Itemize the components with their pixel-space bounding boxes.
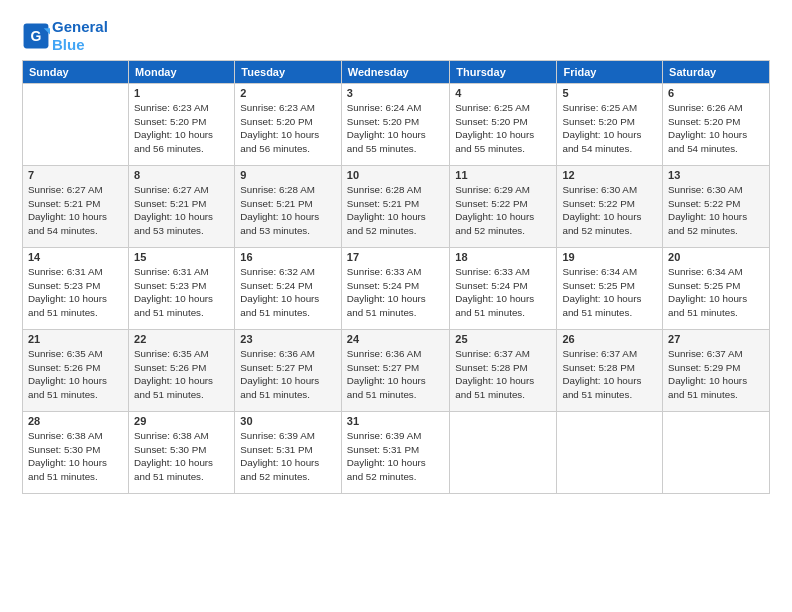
- calendar-cell: 27Sunrise: 6:37 AM Sunset: 5:29 PM Dayli…: [663, 330, 770, 412]
- day-number: 19: [562, 251, 657, 263]
- day-info: Sunrise: 6:33 AM Sunset: 5:24 PM Dayligh…: [347, 265, 444, 320]
- calendar-cell: 17Sunrise: 6:33 AM Sunset: 5:24 PM Dayli…: [341, 248, 449, 330]
- day-number: 8: [134, 169, 229, 181]
- col-header-thursday: Thursday: [450, 61, 557, 84]
- day-number: 13: [668, 169, 764, 181]
- calendar-cell: 30Sunrise: 6:39 AM Sunset: 5:31 PM Dayli…: [235, 412, 342, 494]
- day-number: 2: [240, 87, 336, 99]
- day-number: 3: [347, 87, 444, 99]
- calendar-cell: 18Sunrise: 6:33 AM Sunset: 5:24 PM Dayli…: [450, 248, 557, 330]
- calendar-cell: [557, 412, 663, 494]
- day-info: Sunrise: 6:25 AM Sunset: 5:20 PM Dayligh…: [455, 101, 551, 156]
- day-info: Sunrise: 6:31 AM Sunset: 5:23 PM Dayligh…: [134, 265, 229, 320]
- calendar-cell: 20Sunrise: 6:34 AM Sunset: 5:25 PM Dayli…: [663, 248, 770, 330]
- day-info: Sunrise: 6:25 AM Sunset: 5:20 PM Dayligh…: [562, 101, 657, 156]
- calendar-cell: 9Sunrise: 6:28 AM Sunset: 5:21 PM Daylig…: [235, 166, 342, 248]
- day-info: Sunrise: 6:28 AM Sunset: 5:21 PM Dayligh…: [347, 183, 444, 238]
- calendar-cell: 26Sunrise: 6:37 AM Sunset: 5:28 PM Dayli…: [557, 330, 663, 412]
- calendar-cell: 11Sunrise: 6:29 AM Sunset: 5:22 PM Dayli…: [450, 166, 557, 248]
- day-number: 11: [455, 169, 551, 181]
- calendar-cell: 23Sunrise: 6:36 AM Sunset: 5:27 PM Dayli…: [235, 330, 342, 412]
- day-number: 5: [562, 87, 657, 99]
- calendar-cell: 16Sunrise: 6:32 AM Sunset: 5:24 PM Dayli…: [235, 248, 342, 330]
- logo-text-line2: Blue: [52, 36, 108, 54]
- day-info: Sunrise: 6:27 AM Sunset: 5:21 PM Dayligh…: [28, 183, 123, 238]
- col-header-tuesday: Tuesday: [235, 61, 342, 84]
- calendar-cell: 5Sunrise: 6:25 AM Sunset: 5:20 PM Daylig…: [557, 84, 663, 166]
- calendar-table: SundayMondayTuesdayWednesdayThursdayFrid…: [22, 60, 770, 494]
- day-info: Sunrise: 6:26 AM Sunset: 5:20 PM Dayligh…: [668, 101, 764, 156]
- day-info: Sunrise: 6:30 AM Sunset: 5:22 PM Dayligh…: [562, 183, 657, 238]
- day-number: 18: [455, 251, 551, 263]
- day-number: 30: [240, 415, 336, 427]
- day-info: Sunrise: 6:34 AM Sunset: 5:25 PM Dayligh…: [562, 265, 657, 320]
- day-number: 20: [668, 251, 764, 263]
- calendar-cell: 19Sunrise: 6:34 AM Sunset: 5:25 PM Dayli…: [557, 248, 663, 330]
- calendar-cell: [450, 412, 557, 494]
- calendar-cell: 24Sunrise: 6:36 AM Sunset: 5:27 PM Dayli…: [341, 330, 449, 412]
- calendar-cell: 25Sunrise: 6:37 AM Sunset: 5:28 PM Dayli…: [450, 330, 557, 412]
- day-number: 28: [28, 415, 123, 427]
- calendar-cell: 10Sunrise: 6:28 AM Sunset: 5:21 PM Dayli…: [341, 166, 449, 248]
- day-info: Sunrise: 6:39 AM Sunset: 5:31 PM Dayligh…: [240, 429, 336, 484]
- day-info: Sunrise: 6:38 AM Sunset: 5:30 PM Dayligh…: [134, 429, 229, 484]
- day-number: 14: [28, 251, 123, 263]
- calendar-cell: 6Sunrise: 6:26 AM Sunset: 5:20 PM Daylig…: [663, 84, 770, 166]
- day-number: 4: [455, 87, 551, 99]
- day-info: Sunrise: 6:30 AM Sunset: 5:22 PM Dayligh…: [668, 183, 764, 238]
- week-row-2: 7Sunrise: 6:27 AM Sunset: 5:21 PM Daylig…: [23, 166, 770, 248]
- day-info: Sunrise: 6:38 AM Sunset: 5:30 PM Dayligh…: [28, 429, 123, 484]
- calendar-cell: 3Sunrise: 6:24 AM Sunset: 5:20 PM Daylig…: [341, 84, 449, 166]
- col-header-monday: Monday: [129, 61, 235, 84]
- day-number: 21: [28, 333, 123, 345]
- header: G General Blue: [22, 18, 770, 54]
- day-number: 29: [134, 415, 229, 427]
- calendar-cell: 1Sunrise: 6:23 AM Sunset: 5:20 PM Daylig…: [129, 84, 235, 166]
- day-number: 31: [347, 415, 444, 427]
- day-number: 26: [562, 333, 657, 345]
- calendar-cell: 29Sunrise: 6:38 AM Sunset: 5:30 PM Dayli…: [129, 412, 235, 494]
- day-number: 25: [455, 333, 551, 345]
- day-info: Sunrise: 6:29 AM Sunset: 5:22 PM Dayligh…: [455, 183, 551, 238]
- day-info: Sunrise: 6:36 AM Sunset: 5:27 PM Dayligh…: [240, 347, 336, 402]
- week-row-4: 21Sunrise: 6:35 AM Sunset: 5:26 PM Dayli…: [23, 330, 770, 412]
- calendar-cell: 31Sunrise: 6:39 AM Sunset: 5:31 PM Dayli…: [341, 412, 449, 494]
- logo-text-line1: General: [52, 18, 108, 36]
- calendar-cell: 4Sunrise: 6:25 AM Sunset: 5:20 PM Daylig…: [450, 84, 557, 166]
- calendar-page: G General Blue SundayMondayTuesdayWednes…: [0, 0, 792, 612]
- day-info: Sunrise: 6:35 AM Sunset: 5:26 PM Dayligh…: [28, 347, 123, 402]
- day-number: 24: [347, 333, 444, 345]
- day-number: 10: [347, 169, 444, 181]
- day-info: Sunrise: 6:35 AM Sunset: 5:26 PM Dayligh…: [134, 347, 229, 402]
- day-info: Sunrise: 6:37 AM Sunset: 5:29 PM Dayligh…: [668, 347, 764, 402]
- day-info: Sunrise: 6:37 AM Sunset: 5:28 PM Dayligh…: [455, 347, 551, 402]
- calendar-cell: 14Sunrise: 6:31 AM Sunset: 5:23 PM Dayli…: [23, 248, 129, 330]
- svg-text:G: G: [31, 28, 42, 44]
- calendar-header-row: SundayMondayTuesdayWednesdayThursdayFrid…: [23, 61, 770, 84]
- calendar-cell: 12Sunrise: 6:30 AM Sunset: 5:22 PM Dayli…: [557, 166, 663, 248]
- calendar-cell: 22Sunrise: 6:35 AM Sunset: 5:26 PM Dayli…: [129, 330, 235, 412]
- day-info: Sunrise: 6:23 AM Sunset: 5:20 PM Dayligh…: [134, 101, 229, 156]
- calendar-cell: 21Sunrise: 6:35 AM Sunset: 5:26 PM Dayli…: [23, 330, 129, 412]
- calendar-cell: 28Sunrise: 6:38 AM Sunset: 5:30 PM Dayli…: [23, 412, 129, 494]
- day-number: 27: [668, 333, 764, 345]
- day-info: Sunrise: 6:32 AM Sunset: 5:24 PM Dayligh…: [240, 265, 336, 320]
- day-info: Sunrise: 6:33 AM Sunset: 5:24 PM Dayligh…: [455, 265, 551, 320]
- day-number: 17: [347, 251, 444, 263]
- calendar-cell: 15Sunrise: 6:31 AM Sunset: 5:23 PM Dayli…: [129, 248, 235, 330]
- day-info: Sunrise: 6:31 AM Sunset: 5:23 PM Dayligh…: [28, 265, 123, 320]
- day-number: 16: [240, 251, 336, 263]
- col-header-friday: Friday: [557, 61, 663, 84]
- logo: G General Blue: [22, 18, 108, 54]
- col-header-wednesday: Wednesday: [341, 61, 449, 84]
- day-info: Sunrise: 6:34 AM Sunset: 5:25 PM Dayligh…: [668, 265, 764, 320]
- day-number: 15: [134, 251, 229, 263]
- calendar-cell: [23, 84, 129, 166]
- calendar-cell: 8Sunrise: 6:27 AM Sunset: 5:21 PM Daylig…: [129, 166, 235, 248]
- day-info: Sunrise: 6:24 AM Sunset: 5:20 PM Dayligh…: [347, 101, 444, 156]
- calendar-cell: [663, 412, 770, 494]
- day-number: 7: [28, 169, 123, 181]
- day-number: 23: [240, 333, 336, 345]
- day-number: 1: [134, 87, 229, 99]
- day-number: 22: [134, 333, 229, 345]
